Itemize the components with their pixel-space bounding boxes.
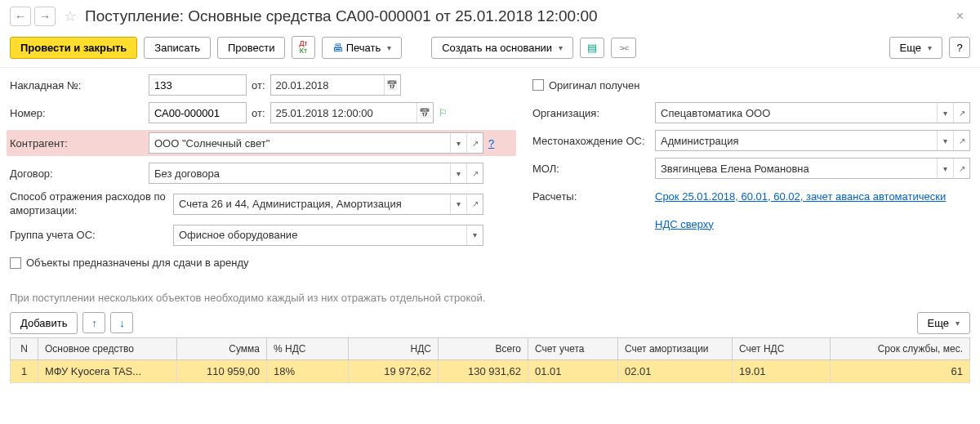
document-icon-button[interactable]: ▤ (580, 38, 604, 58)
asset-group-input[interactable]: Офисное оборудование ▾ (173, 225, 483, 246)
dropdown-icon[interactable]: ▾ (450, 194, 466, 214)
col-depracct[interactable]: Счет амортизации (618, 337, 733, 359)
open-icon[interactable]: ↗ (466, 133, 483, 153)
page-title: Поступление: Основные средства СА00-0000… (85, 7, 947, 25)
status-flag-icon[interactable]: ⚐ (439, 107, 448, 118)
calc-settings-link[interactable]: Срок 25.01.2018, 60.01, 60.02, зачет ава… (655, 190, 946, 203)
add-row-button[interactable]: Добавить (10, 312, 78, 334)
org-label: Организация: (532, 107, 655, 119)
write-button[interactable]: Записать (144, 37, 211, 59)
vat-link[interactable]: НДС сверху (655, 218, 714, 230)
contract-label: Договор: (10, 167, 149, 180)
counterparty-help-link[interactable]: ? (488, 137, 494, 150)
col-vat[interactable]: НДС (349, 337, 439, 359)
invoice-label: Накладная №: (10, 79, 149, 91)
dropdown-icon[interactable]: ▾ (450, 163, 466, 183)
location-label: Местонахождение ОС: (532, 135, 655, 147)
table-more-button[interactable]: Еще (917, 312, 970, 334)
open-icon[interactable]: ↗ (953, 158, 969, 178)
dropdown-icon[interactable]: ▾ (450, 133, 466, 153)
favorite-star-icon[interactable]: ☆ (64, 7, 77, 25)
hint-text: При поступлении нескольких объектов необ… (0, 287, 980, 309)
dropdown-icon[interactable]: ▾ (937, 103, 953, 123)
col-total[interactable]: Всего (439, 337, 528, 359)
dropdown-icon[interactable]: ▾ (937, 158, 953, 178)
dropdown-icon[interactable]: ▾ (937, 131, 953, 150)
print-button[interactable]: 🖶Печать (322, 37, 403, 59)
col-vatacct[interactable]: Счет НДС (733, 337, 831, 359)
open-icon[interactable]: ↗ (953, 131, 969, 150)
nav-back-button[interactable]: ← (10, 7, 31, 26)
more-button[interactable]: Еще (889, 37, 942, 59)
doc-date-input[interactable]: 25.01.2018 12:00:00 (270, 102, 434, 123)
move-up-button[interactable]: ↑ (82, 312, 105, 333)
location-input[interactable]: Администрация ▾ ↗ (655, 130, 970, 151)
col-n[interactable]: N (11, 337, 38, 359)
move-down-button[interactable]: ↓ (110, 312, 133, 333)
assets-table: N Основное средство Сумма % НДС НДС Всег… (10, 337, 970, 383)
original-received-checkbox[interactable] (532, 79, 544, 91)
invoice-date-input[interactable]: 20.01.2018 (270, 74, 401, 96)
from-label-1: от: (252, 79, 265, 91)
col-vatpct[interactable]: % НДС (267, 337, 349, 359)
depr-method-label: Способ отражения расходов по амортизации… (10, 190, 173, 218)
create-based-button[interactable]: Создать на основании (431, 37, 573, 59)
close-icon[interactable]: × (950, 9, 970, 24)
nav-forward-button[interactable]: → (34, 7, 56, 26)
col-acct[interactable]: Счет учета (528, 337, 618, 359)
printer-icon: 🖶 (332, 42, 343, 54)
document-icon: ▤ (587, 42, 597, 54)
number-label: Номер: (10, 107, 149, 119)
col-sum[interactable]: Сумма (177, 337, 267, 359)
rent-checkbox-label: Объекты предназначены для сдачи в аренду (26, 257, 248, 269)
col-asset[interactable]: Основное средство (38, 337, 177, 359)
rent-checkbox[interactable] (10, 257, 21, 269)
counterparty-input[interactable]: ООО "Солнечный свет" ▾ ↗ (149, 132, 483, 154)
open-icon[interactable]: ↗ (466, 163, 483, 183)
paperclip-icon: ⫘ (618, 42, 629, 54)
post-button[interactable]: Провести (217, 37, 286, 59)
mol-input[interactable]: Звягинцева Елена Романовна ▾ ↗ (655, 158, 970, 179)
org-input[interactable]: Спецавтоматика ООО ▾ ↗ (655, 102, 970, 123)
invoice-number-input[interactable] (149, 74, 247, 96)
contract-input[interactable]: Без договора ▾ ↗ (149, 163, 483, 184)
open-icon[interactable]: ↗ (953, 103, 969, 123)
mol-label: МОЛ: (532, 163, 655, 175)
asset-group-label: Группа учета ОС: (10, 229, 173, 241)
col-life[interactable]: Срок службы, мес. (831, 337, 970, 359)
calendar-icon[interactable] (416, 103, 433, 123)
depr-method-input[interactable]: Счета 26 и 44, Администрация, Амортизаци… (173, 194, 483, 215)
calendar-icon[interactable] (384, 75, 400, 95)
dropdown-icon[interactable]: ▾ (466, 225, 483, 245)
table-row[interactable]: 1 МФУ Kyocera TAS... 110 959,00 18% 19 9… (11, 359, 970, 382)
dtkt-button[interactable]: ДтКт (292, 36, 314, 59)
original-received-label: Оригинал получен (549, 79, 639, 91)
doc-number-input[interactable] (149, 102, 247, 123)
attachment-button[interactable]: ⫘ (611, 38, 636, 58)
calc-label: Расчеты: (532, 190, 655, 203)
post-and-close-button[interactable]: Провести и закрыть (10, 37, 137, 59)
help-button[interactable]: ? (949, 37, 970, 58)
from-label-2: от: (252, 107, 265, 119)
counterparty-label: Контрагент: (10, 137, 149, 150)
open-icon[interactable]: ↗ (466, 194, 483, 214)
